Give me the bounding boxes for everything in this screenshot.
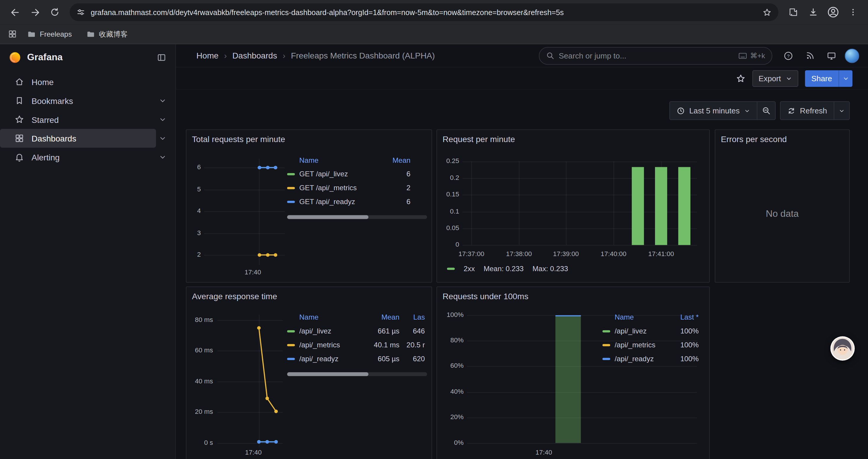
chart-request-per-minute[interactable]: 0.250.20.150.10.05017:37:0017:38:0017:39… xyxy=(437,130,709,282)
legend-header-stat[interactable]: Mean xyxy=(380,156,410,164)
legend-value: 2 xyxy=(380,184,410,192)
breadcrumb-dashboards[interactable]: Dashboards xyxy=(232,51,277,60)
dock-sidebar-button[interactable] xyxy=(157,53,167,63)
favorite-dashboard-button[interactable] xyxy=(736,73,746,83)
chart-requests-under-100ms[interactable]: 100%80%60%40%20%0%17:40NameLast */api/_l… xyxy=(437,287,709,459)
legend-row[interactable]: /api/_readyz100% xyxy=(602,352,699,366)
legend-row[interactable]: /api/_metrics40.1 ms20.5 r xyxy=(287,338,427,352)
share-button[interactable]: Share xyxy=(805,70,852,87)
sidebar-item-bookmarks[interactable]: Bookmarks xyxy=(0,91,176,110)
legend-row[interactable]: /api/_livez661 µs646 xyxy=(287,324,427,338)
sidebar-item-starred[interactable]: Starred xyxy=(0,110,176,129)
profile-button[interactable] xyxy=(824,3,843,22)
display-button[interactable] xyxy=(823,47,840,64)
legend-header-name[interactable]: Name xyxy=(615,313,671,321)
legend-row[interactable]: GET /api/_readyz6 xyxy=(287,195,427,208)
panel-title[interactable]: Requests under 100ms xyxy=(442,292,528,301)
refresh-button[interactable]: Refresh xyxy=(780,102,834,120)
legend-row[interactable]: GET /api/_livez6 xyxy=(287,167,427,181)
chart-total-requests-per-minute[interactable]: 6543217:40NameMeanGET /api/_livez6GET /a… xyxy=(186,130,432,282)
sidebar-item-label: Dashboards xyxy=(32,133,76,143)
x-gridline xyxy=(471,162,472,245)
extensions-button[interactable] xyxy=(784,3,803,22)
legend-row[interactable]: /api/_metrics100% xyxy=(602,338,699,352)
url-bar[interactable] xyxy=(70,3,778,21)
legend-header-row: NameMeanLas xyxy=(287,310,427,324)
chevron-down-icon[interactable] xyxy=(159,153,166,161)
apps-grid-icon[interactable] xyxy=(8,29,17,39)
breadcrumb-home[interactable]: Home xyxy=(196,51,219,60)
legend-stat: Max: 0.233 xyxy=(532,264,568,273)
legend-scrollbar[interactable] xyxy=(287,215,427,219)
bar[interactable] xyxy=(678,167,690,245)
y-gridline xyxy=(462,245,697,246)
bookmark-star-icon[interactable] xyxy=(762,7,772,17)
legend-stat: Mean: 0.233 xyxy=(484,264,524,273)
bar[interactable] xyxy=(655,167,667,245)
bookmark-folder-blogs[interactable]: 收藏博客 xyxy=(82,27,132,41)
search-box[interactable]: ⌘+k xyxy=(539,47,772,64)
clock-icon xyxy=(677,106,685,114)
chart-average-response-time[interactable]: 80 ms60 ms40 ms20 ms0 s17:40NameMeanLas/… xyxy=(186,287,432,459)
star-icon xyxy=(736,73,746,83)
chevron-down-icon[interactable] xyxy=(159,116,166,123)
url-input[interactable] xyxy=(91,8,757,16)
dashboard-canvas: Last 5 minutes Refresh xyxy=(176,90,868,459)
legend-row[interactable]: /api/_livez100% xyxy=(602,324,699,338)
legend-header-name[interactable]: Name xyxy=(299,313,365,321)
sidebar-item-home[interactable]: Home xyxy=(0,72,176,91)
y-gridline xyxy=(467,392,697,393)
legend-row[interactable]: /api/_readyz605 µs620 xyxy=(287,352,427,366)
legend-header-stat[interactable]: Last * xyxy=(671,313,699,321)
search-input[interactable] xyxy=(559,51,734,60)
share-dropdown-button[interactable] xyxy=(839,70,852,87)
bookmark-folder-freeleaps[interactable]: Freeleaps xyxy=(23,28,76,41)
panel-legend: 2xxMean: 0.233Max: 0.233 xyxy=(447,264,568,273)
news-rss-button[interactable] xyxy=(802,47,818,64)
assistant-avatar[interactable] xyxy=(831,336,855,360)
chevron-down-icon xyxy=(839,107,845,114)
zoom-out-button[interactable] xyxy=(757,102,775,120)
legend-scrollbar-thumb[interactable] xyxy=(287,215,368,219)
bar[interactable] xyxy=(632,167,644,245)
refresh-interval-button[interactable] xyxy=(834,102,849,120)
chevron-down-icon xyxy=(785,75,792,81)
legend-scrollbar[interactable] xyxy=(287,372,427,376)
panel-average-response-time: Average response time 80 ms60 ms40 ms20 … xyxy=(186,287,432,459)
downloads-button[interactable] xyxy=(804,3,823,22)
time-range-picker[interactable]: Last 5 minutes xyxy=(670,102,756,120)
legend-row[interactable]: GET /api/_metrics2 xyxy=(287,181,427,195)
export-button[interactable]: Export xyxy=(752,70,798,87)
reload-button[interactable] xyxy=(45,3,64,22)
panel-title[interactable]: Errors per second xyxy=(721,134,787,144)
menu-button[interactable] xyxy=(844,3,863,22)
y-tick-label: 0.05 xyxy=(437,224,459,232)
panel-title[interactable]: Average response time xyxy=(192,292,277,301)
bar[interactable] xyxy=(555,315,581,443)
no-data-text: No data xyxy=(715,145,849,282)
legend-value: 605 µs xyxy=(365,355,399,363)
site-settings-icon[interactable] xyxy=(76,8,85,17)
chevron-down-icon[interactable] xyxy=(159,134,166,142)
legend-header-name[interactable]: Name xyxy=(299,156,380,164)
legend-header-stat[interactable]: Las xyxy=(399,313,425,321)
sidebar-item-alerting[interactable]: Alerting xyxy=(0,148,176,167)
series-color-icon xyxy=(602,358,610,360)
panel-title[interactable]: Request per minute xyxy=(442,134,515,144)
legend-item[interactable]: 2xx xyxy=(447,264,475,273)
chart-errors-per-second[interactable]: No data xyxy=(715,130,849,282)
chevron-down-icon[interactable] xyxy=(159,97,166,104)
refresh-icon xyxy=(787,106,796,114)
legend-scrollbar-thumb[interactable] xyxy=(287,372,368,376)
back-button[interactable] xyxy=(6,3,25,22)
forward-button[interactable] xyxy=(25,3,44,22)
panel-title[interactable]: Total requests per minute xyxy=(192,134,285,144)
bookmarks-bar: Freeleaps 收藏博客 xyxy=(0,24,868,44)
sidebar-item-dashboards[interactable]: Dashboards xyxy=(0,129,176,148)
x-tick-label: 17:37:00 xyxy=(452,250,491,258)
legend-header-stat[interactable]: Mean xyxy=(365,313,399,321)
user-avatar[interactable] xyxy=(845,48,859,63)
grafana-logo[interactable] xyxy=(9,52,21,64)
help-button[interactable]: ? xyxy=(780,47,797,64)
y-tick-label: 60% xyxy=(437,362,464,369)
